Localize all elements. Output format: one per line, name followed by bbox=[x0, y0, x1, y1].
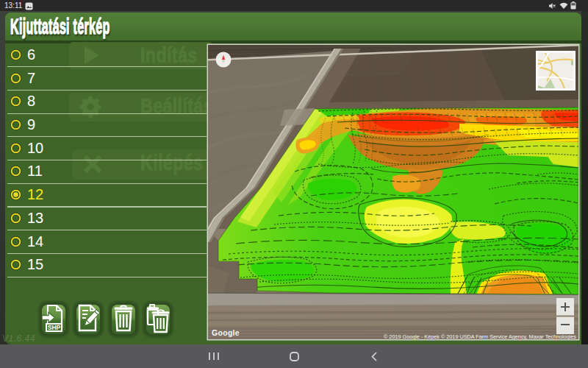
svg-text:© 2019 Google - Képek © 2019 U: © 2019 Google - Képek © 2019 USDA Farm S… bbox=[384, 334, 577, 339]
svg-text:SHP: SHP bbox=[47, 324, 60, 331]
svg-text:Google: Google bbox=[212, 328, 240, 337]
